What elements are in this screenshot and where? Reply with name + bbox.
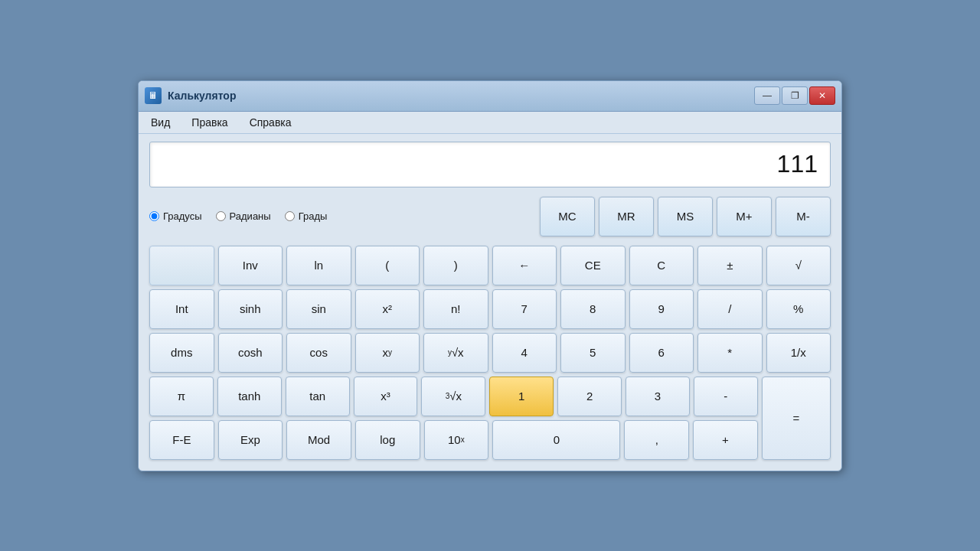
- calculator-window: 🖩 Калькулятор — ❐ ✕ Вид Правка Справка 1…: [138, 80, 842, 471]
- window-title: Калькулятор: [168, 90, 236, 102]
- btn-row-5: F-E Exp Mod log 10x 0 , +: [149, 420, 758, 460]
- btn-mr[interactable]: MR: [599, 197, 654, 236]
- btn-ln[interactable]: ln: [286, 246, 351, 285]
- title-left: 🖩 Калькулятор: [145, 87, 236, 104]
- btn-row-3: dms cosh cos xy y√x 4 5 6 * 1/x: [149, 333, 831, 373]
- btn-subtract[interactable]: -: [694, 377, 758, 416]
- btn-x2[interactable]: x²: [355, 289, 420, 329]
- button-grid: Inv ln ( ) ← CE C ± √ Int sinh sin x² n!…: [149, 246, 831, 460]
- btn-cos[interactable]: cos: [286, 333, 351, 373]
- btn-ce[interactable]: CE: [560, 246, 626, 285]
- btn-yrtx[interactable]: y√x: [423, 333, 488, 373]
- btn-sinh[interactable]: sinh: [218, 289, 283, 329]
- btn-percent[interactable]: %: [766, 289, 831, 329]
- btn-cosh[interactable]: cosh: [218, 333, 283, 373]
- btn-comma[interactable]: ,: [624, 420, 689, 460]
- calc-body: 111 Градусы Радианы Грады MC MR MS M+: [139, 134, 841, 471]
- btn-xy[interactable]: xy: [355, 333, 420, 373]
- btn-mod[interactable]: Mod: [286, 420, 351, 460]
- btn-int[interactable]: Int: [149, 289, 214, 329]
- btn-exp[interactable]: Exp: [218, 420, 283, 460]
- btn-equals[interactable]: =: [762, 377, 831, 460]
- btn-multiply[interactable]: *: [697, 333, 763, 373]
- menu-bar: Вид Правка Справка: [139, 112, 841, 134]
- btn-mc[interactable]: MC: [540, 197, 595, 236]
- btn-backspace[interactable]: ←: [492, 246, 557, 285]
- btn-fe[interactable]: F-E: [149, 420, 214, 460]
- display-value: 111: [777, 150, 818, 178]
- maximize-button[interactable]: ❐: [782, 86, 808, 105]
- btn-5[interactable]: 5: [560, 333, 626, 373]
- title-bar: 🖩 Калькулятор — ❐ ✕: [139, 81, 841, 112]
- btn-dms[interactable]: dms: [149, 333, 214, 373]
- btn-7[interactable]: 7: [492, 289, 557, 329]
- btn-close-paren[interactable]: ): [423, 246, 488, 285]
- btn-0[interactable]: 0: [492, 420, 620, 460]
- btn-empty1[interactable]: [149, 246, 214, 285]
- menu-view[interactable]: Вид: [148, 115, 173, 130]
- btn-pi[interactable]: π: [149, 377, 214, 416]
- radio-degrees[interactable]: Градусы: [149, 210, 202, 222]
- btn-sqrt[interactable]: √: [766, 246, 831, 285]
- btn-row-1: Inv ln ( ) ← CE C ± √: [149, 246, 831, 285]
- btn-row-2: Int sinh sin x² n! 7 8 9 / %: [149, 289, 831, 329]
- close-button[interactable]: ✕: [809, 86, 835, 105]
- radio-radians[interactable]: Радианы: [216, 210, 271, 222]
- btn-divide[interactable]: /: [697, 289, 763, 329]
- btn-tanh[interactable]: tanh: [217, 377, 282, 416]
- btn-add[interactable]: +: [693, 420, 758, 460]
- title-buttons: — ❐ ✕: [754, 86, 835, 105]
- btn-plusminus[interactable]: ±: [697, 246, 763, 285]
- btn-4[interactable]: 4: [492, 333, 557, 373]
- btn-row-4: π tanh tan x³ 3√x 1 2 3 -: [149, 377, 758, 416]
- btn-factorial[interactable]: n!: [423, 289, 488, 329]
- btn-1[interactable]: 1: [489, 377, 554, 416]
- btn-reciprocal[interactable]: 1/x: [766, 333, 831, 373]
- btn-2[interactable]: 2: [557, 377, 622, 416]
- btn-rows-4-5-left: π tanh tan x³ 3√x 1 2 3 - F-E Exp M: [149, 377, 758, 460]
- btn-cbrtx[interactable]: 3√x: [421, 377, 485, 416]
- btn-tan[interactable]: tan: [286, 377, 350, 416]
- btn-3[interactable]: 3: [626, 377, 690, 416]
- radio-grads[interactable]: Грады: [285, 210, 328, 222]
- btn-c[interactable]: C: [629, 246, 694, 285]
- btn-mplus[interactable]: M+: [717, 197, 772, 236]
- btn-sin[interactable]: sin: [286, 289, 351, 329]
- app-icon: 🖩: [145, 87, 162, 104]
- btn-ms[interactable]: MS: [658, 197, 713, 236]
- btn-x3[interactable]: x³: [354, 377, 418, 416]
- btn-log[interactable]: log: [355, 420, 420, 460]
- menu-edit[interactable]: Правка: [188, 115, 230, 130]
- btn-6[interactable]: 6: [629, 333, 694, 373]
- menu-help[interactable]: Справка: [247, 115, 295, 130]
- radio-group: Градусы Радианы Грады MC MR MS M+ M-: [149, 197, 831, 236]
- minimize-button[interactable]: —: [754, 86, 780, 105]
- display: 111: [149, 142, 831, 187]
- btn-8[interactable]: 8: [560, 289, 626, 329]
- btn-inv[interactable]: Inv: [218, 246, 283, 285]
- btn-9[interactable]: 9: [629, 289, 694, 329]
- btn-10x[interactable]: 10x: [424, 420, 489, 460]
- btn-rows-4-5: π tanh tan x³ 3√x 1 2 3 - F-E Exp M: [149, 377, 831, 460]
- btn-mminus[interactable]: M-: [776, 197, 831, 236]
- btn-open-paren[interactable]: (: [355, 246, 420, 285]
